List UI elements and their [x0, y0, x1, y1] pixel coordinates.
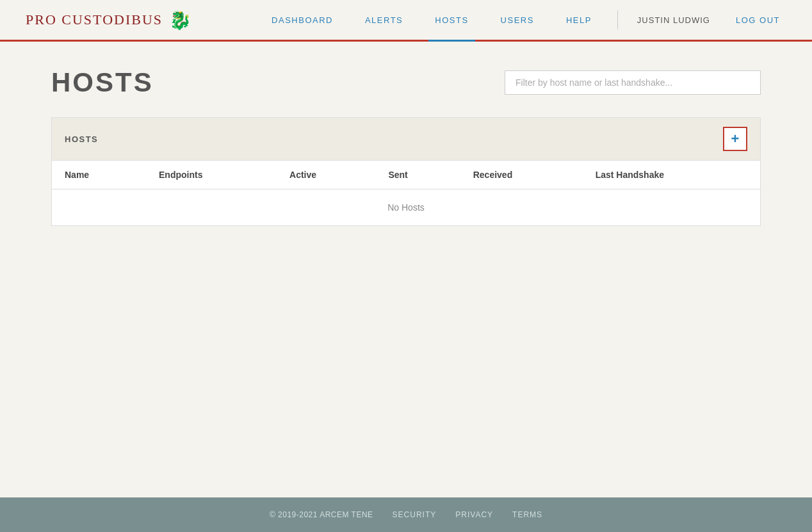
- hosts-table: Name Endpoints Active Sent Received Last…: [52, 161, 760, 225]
- table-section-title: HOSTS: [65, 134, 98, 144]
- filter-input[interactable]: [505, 70, 761, 95]
- hosts-table-section: HOSTS + Name Endpoints Active Sent Recei…: [51, 117, 761, 226]
- table-head: Name Endpoints Active Sent Received Last…: [52, 161, 760, 189]
- main-content: HOSTS HOSTS + Name Endpoints Active Sent…: [0, 42, 812, 497]
- nav-user-name[interactable]: JUSTIN LUDWIG: [637, 15, 710, 25]
- header: PRO CUSTODIBUS 🐉 DASHBOARD ALERTS HOSTS …: [0, 0, 812, 42]
- footer-copyright: © 2019-2021 ARCEM TENE: [270, 510, 373, 519]
- nav-item-users[interactable]: USERS: [494, 0, 540, 42]
- footer-link-privacy[interactable]: PRIVACY: [455, 510, 493, 519]
- nav-logout[interactable]: LOG OUT: [729, 0, 786, 42]
- main-nav: DASHBOARD ALERTS HOSTS USERS HELP JUSTIN…: [265, 0, 786, 40]
- page-header: HOSTS: [51, 67, 761, 98]
- col-header-received: Received: [460, 161, 583, 189]
- nav-item-dashboard[interactable]: DASHBOARD: [265, 0, 339, 42]
- logo-icon: 🐉: [169, 10, 191, 31]
- col-header-name: Name: [52, 161, 146, 189]
- nav-item-hosts[interactable]: HOSTS: [428, 0, 475, 42]
- no-data-row: No Hosts: [52, 189, 760, 226]
- footer-link-security[interactable]: SECURITY: [393, 510, 437, 519]
- col-header-active: Active: [277, 161, 375, 189]
- footer: © 2019-2021 ARCEM TENE SECURITY PRIVACY …: [0, 497, 812, 532]
- col-header-sent: Sent: [375, 161, 460, 189]
- col-header-last-handshake: Last Handshake: [583, 161, 760, 189]
- logo-text: PRO CUSTODIBUS: [26, 12, 163, 28]
- table-section-header: HOSTS +: [52, 118, 760, 161]
- add-host-button[interactable]: +: [723, 127, 747, 151]
- logo: PRO CUSTODIBUS 🐉: [26, 10, 191, 31]
- copyright-text: © 2019-2021 ARCEM TENE: [270, 510, 373, 519]
- no-data-message: No Hosts: [52, 189, 760, 226]
- page-title: HOSTS: [51, 67, 154, 98]
- nav-item-alerts[interactable]: ALERTS: [359, 0, 409, 42]
- footer-link-terms[interactable]: TERMS: [512, 510, 542, 519]
- table-body: No Hosts: [52, 189, 760, 226]
- col-header-endpoints: Endpoints: [146, 161, 277, 189]
- nav-divider: [617, 10, 618, 29]
- table-header-row: Name Endpoints Active Sent Received Last…: [52, 161, 760, 189]
- nav-item-help[interactable]: HELP: [560, 0, 598, 42]
